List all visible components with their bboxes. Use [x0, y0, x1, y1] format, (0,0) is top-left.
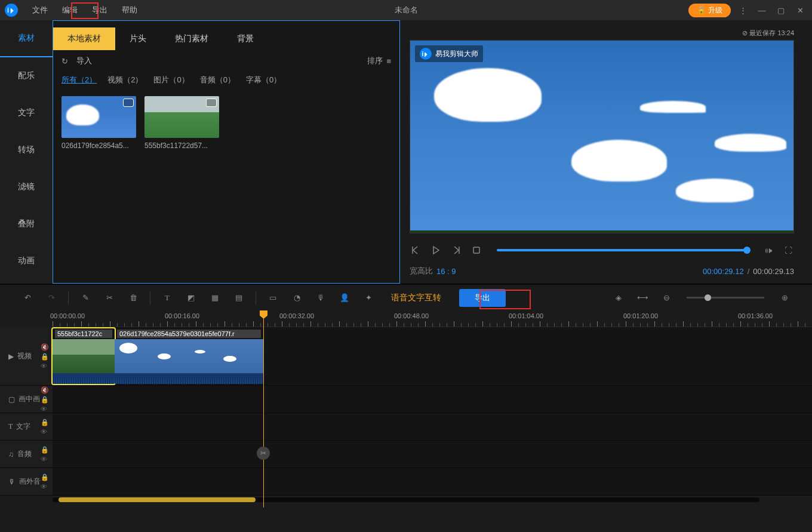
- track-video: ▶ 视频 🔇🔒👁 555bf3c11722c026d179fce2854a537…: [0, 327, 812, 386]
- track-label: 视频: [17, 351, 32, 361]
- filter-audio[interactable]: 音频（0）: [200, 75, 235, 85]
- sidebar-item-filter[interactable]: 滤镜: [0, 168, 53, 205]
- minimize-button[interactable]: —: [755, 3, 769, 17]
- undo-button[interactable]: ↶: [18, 288, 37, 307]
- ruler-label: 00:01:04.00: [509, 312, 543, 319]
- redo-button[interactable]: ↷: [42, 288, 61, 307]
- fit-icon[interactable]: ⟷: [633, 288, 652, 307]
- speech-to-text-button[interactable]: 语音文字互转: [391, 293, 441, 303]
- preview-seek-slider[interactable]: [497, 249, 748, 251]
- media-thumb[interactable]: 555bf3c11722d57...: [144, 96, 219, 150]
- import-button[interactable]: 导入: [76, 56, 92, 66]
- playhead[interactable]: ✂: [263, 310, 264, 508]
- delete-trash-icon[interactable]: 🗑: [124, 288, 143, 307]
- track-body[interactable]: 555bf3c11722c026d179fce2854a5379e0301e5f…: [53, 327, 812, 385]
- fullscreen-icon[interactable]: ⛶: [782, 244, 794, 256]
- timeline-scrollbar[interactable]: [0, 496, 812, 504]
- preview-brand-badge: i⏵ 易我剪辑大师: [415, 45, 483, 62]
- thumb-name: 555bf3c11722d57...: [144, 142, 219, 150]
- upgrade-button[interactable]: 🔒 升级: [688, 4, 731, 17]
- track-voice: 🎙画外音🔒👁: [0, 468, 812, 496]
- zoom-in-icon[interactable]: ⊕: [775, 288, 794, 307]
- svg-rect-2: [473, 247, 479, 253]
- more-icon[interactable]: ⋮: [736, 3, 750, 17]
- export-button[interactable]: 导出: [459, 289, 506, 307]
- track-body[interactable]: [53, 468, 812, 495]
- ruler-label: 00:00:00.00: [50, 312, 85, 319]
- sidebar-item-music[interactable]: 配乐: [0, 57, 53, 94]
- ruler-label: 00:00:16.00: [165, 312, 199, 319]
- timeline-ruler[interactable]: 00:00:00.0000:00:16.0000:00:32.0000:00:4…: [53, 310, 812, 327]
- zoom-slider[interactable]: [687, 297, 764, 299]
- marker-icon[interactable]: ◈: [609, 288, 628, 307]
- recent-save-label: 最近保存: [749, 29, 776, 36]
- next-frame-button[interactable]: [450, 244, 462, 256]
- timeline-clip[interactable]: 555bf3c11722c: [53, 328, 115, 384]
- sort-button[interactable]: 排序 ≡: [367, 56, 391, 66]
- crop-icon[interactable]: ◩: [182, 288, 201, 307]
- zoom-out-icon[interactable]: ⊖: [657, 288, 676, 307]
- ruler-label: 00:01:36.00: [738, 312, 773, 319]
- sidebar-item-animation[interactable]: 动画: [0, 242, 53, 279]
- mic-icon[interactable]: 🎙: [311, 288, 330, 307]
- eye-icon[interactable]: 👁: [41, 362, 49, 370]
- filter-video[interactable]: 视频（2）: [107, 75, 143, 85]
- person-icon[interactable]: 👤: [335, 288, 354, 307]
- aspect-ratio-value[interactable]: 16 : 9: [436, 267, 456, 276]
- maximize-button[interactable]: ▢: [774, 3, 788, 17]
- media-thumb[interactable]: 026d179fce2854a5...: [61, 96, 136, 150]
- volume-icon[interactable]: 🕪: [762, 244, 774, 256]
- refresh-icon[interactable]: ↻: [61, 57, 68, 66]
- text-tool-icon[interactable]: T: [158, 288, 177, 307]
- camera-icon: [206, 99, 217, 107]
- aspect-ratio-label: 宽高比: [410, 266, 433, 276]
- sidebar-item-material[interactable]: 素材: [0, 20, 53, 57]
- sidebar-item-text[interactable]: 文字: [0, 94, 53, 131]
- app-logo: i⏵: [5, 4, 18, 17]
- menu-help[interactable]: 帮助: [115, 5, 144, 16]
- close-button[interactable]: ✕: [793, 3, 807, 17]
- track-audio: ♫音频🔒👁: [0, 441, 812, 468]
- camera-icon: [123, 99, 134, 107]
- preview-viewport[interactable]: i⏵ 易我剪辑大师: [410, 40, 794, 233]
- track-body[interactable]: [53, 413, 812, 440]
- track-label: 文字: [16, 422, 30, 432]
- filter-all[interactable]: 所有（2）: [61, 75, 97, 85]
- prev-frame-button[interactable]: [410, 244, 422, 256]
- track-pip: ▢画中画🔇🔒👁: [0, 386, 812, 413]
- sidebar: 素材 配乐 文字 转场 滤镜 叠附 动画: [0, 20, 53, 284]
- frame-icon[interactable]: ▭: [263, 288, 282, 307]
- filter-subtitle[interactable]: 字幕（0）: [246, 75, 281, 85]
- menu-file[interactable]: 文件: [25, 5, 55, 16]
- wand-icon[interactable]: ✦: [359, 288, 378, 307]
- timeline-clip[interactable]: 026d179fce2854a5379e0301e5fe077f.r: [115, 328, 263, 384]
- mosaic-icon[interactable]: ▦: [205, 288, 224, 307]
- menu-edit[interactable]: 编辑: [55, 5, 85, 16]
- playhead-cut-icon[interactable]: ✂: [257, 447, 270, 460]
- split-scissors-icon[interactable]: ✂: [100, 288, 119, 307]
- edit-pencil-icon[interactable]: ✎: [76, 288, 95, 307]
- media-panel: 本地素材 片头 热门素材 背景 ↻ 导入 排序 ≡ 所有（2） 视频（2） 图片…: [53, 20, 400, 284]
- lock-icon: 🔒: [697, 6, 706, 14]
- mute-icon[interactable]: 🔇: [41, 343, 49, 351]
- stop-button[interactable]: [470, 244, 482, 256]
- track-body[interactable]: [53, 386, 812, 413]
- lock-icon[interactable]: 🔒: [41, 353, 49, 361]
- track-body[interactable]: [53, 441, 812, 468]
- filter-image[interactable]: 图片（0）: [153, 75, 189, 85]
- clip-label: 026d179fce2854a5379e0301e5fe077f.r: [117, 330, 261, 338]
- duration: 00:00:29.13: [753, 267, 794, 276]
- play-button[interactable]: [430, 244, 442, 256]
- sidebar-item-overlay[interactable]: 叠附: [0, 205, 53, 242]
- track-text: T文字🔒👁: [0, 413, 812, 441]
- preview-panel: ⊘ 最近保存 13:24 i⏵ 易我剪辑大师 🕪 ⛶ 宽高比 16 : 9 00…: [401, 20, 812, 284]
- track-label: 画中画: [19, 394, 40, 404]
- ruler-label: 00:00:32.00: [279, 312, 314, 319]
- text-track-icon: T: [8, 422, 13, 431]
- sidebar-item-transition[interactable]: 转场: [0, 131, 53, 168]
- menu-export[interactable]: 导出: [85, 5, 115, 16]
- speed-clock-icon[interactable]: ◔: [287, 288, 306, 307]
- timeline-toolbar: ↶ ↷ ✎ ✂ 🗑 T ◩ ▦ ▤ ▭ ◔ 🎙 👤 ✦ 语音文字互转 导出 ◈ …: [0, 284, 812, 310]
- save-check-icon: ⊘: [742, 29, 748, 36]
- grid-icon[interactable]: ▤: [229, 288, 248, 307]
